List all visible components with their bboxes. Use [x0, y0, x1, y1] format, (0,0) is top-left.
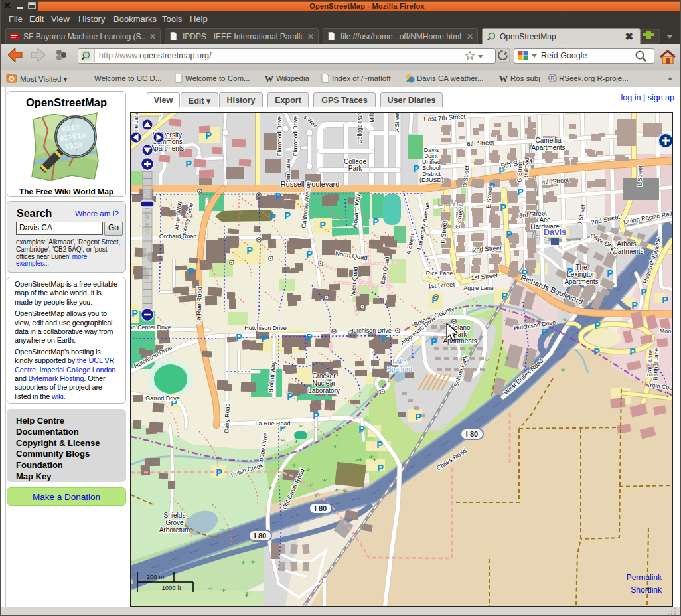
- svg-text:P: P: [376, 439, 383, 450]
- svg-text:P: P: [185, 159, 192, 169]
- svg-text:Davis: Davis: [437, 196, 464, 208]
- svg-text:Railroad: Railroad: [522, 157, 530, 180]
- svg-text:Laboratory: Laboratory: [308, 387, 340, 394]
- svg-text:Apartments: Apartments: [531, 144, 565, 151]
- svg-text:P: P: [287, 391, 293, 402]
- svg-text:P: P: [306, 249, 313, 260]
- svg-text:Aggie Lane: Aggie Lane: [463, 285, 494, 291]
- svg-text:P: P: [284, 210, 291, 221]
- svg-text:P: P: [594, 320, 601, 331]
- svg-text:P: P: [261, 333, 267, 344]
- svg-text:Elmwood Drive: Elmwood Drive: [292, 116, 299, 157]
- svg-text:La Rue Road: La Rue Road: [255, 420, 290, 427]
- svg-text:P: P: [275, 191, 281, 202]
- svg-text:Park: Park: [348, 165, 363, 172]
- svg-text:Lake: Lake: [392, 358, 407, 366]
- svg-text:I 80: I 80: [315, 504, 327, 512]
- svg-text:Shields: Shields: [164, 512, 186, 519]
- svg-text:P: P: [607, 268, 613, 279]
- svg-text:P: P: [631, 300, 638, 311]
- svg-text:P: P: [205, 130, 212, 141]
- svg-text:Grove: Grove: [165, 519, 184, 526]
- svg-text:Rice Lane: Rice Lane: [426, 270, 453, 277]
- svg-text:P: P: [415, 412, 421, 422]
- svg-text:P: P: [413, 163, 419, 174]
- svg-text:P: P: [629, 346, 636, 357]
- svg-text:Apartments: Apartments: [609, 248, 643, 255]
- svg-text:Barthel Lane: Barthel Lane: [652, 348, 660, 380]
- svg-text:The: The: [575, 264, 587, 271]
- svg-text:P: P: [319, 220, 326, 230]
- svg-text:I 80: I 80: [466, 430, 478, 438]
- svg-text:(DJUSD): (DJUSD): [419, 177, 443, 183]
- svg-text:Dairy Road: Dairy Road: [223, 403, 231, 433]
- svg-text:P: P: [506, 229, 512, 240]
- svg-text:P: P: [541, 327, 548, 337]
- svg-text:A Street: A Street: [394, 113, 400, 132]
- svg-text:P: P: [500, 202, 506, 213]
- svg-text:P: P: [188, 266, 194, 277]
- svg-text:Hutchison Drive: Hutchison Drive: [349, 327, 392, 334]
- svg-text:Crocker: Crocker: [312, 372, 336, 380]
- svg-text:Arbors: Arbors: [617, 240, 636, 248]
- svg-text:P: P: [380, 333, 387, 344]
- svg-text:P: P: [246, 245, 253, 256]
- svg-text:Arboretum: Arboretum: [159, 526, 190, 534]
- svg-text:P: P: [431, 336, 437, 346]
- svg-text:R: R: [550, 75, 555, 82]
- svg-text:College Park: College Park: [356, 113, 363, 143]
- svg-text:P: P: [216, 467, 222, 478]
- svg-text:Spafford: Spafford: [387, 366, 412, 373]
- svg-text:P: P: [358, 424, 365, 435]
- svg-text:La Rue Road: La Rue Road: [194, 287, 203, 324]
- svg-text:Garrod Drive: Garrod Drive: [145, 395, 180, 402]
- svg-text:P: P: [377, 463, 384, 473]
- svg-text:P: P: [313, 410, 319, 421]
- svg-text:on Center Drive: on Center Drive: [131, 324, 171, 331]
- svg-text:Apartments: Apartments: [564, 278, 598, 285]
- svg-text:Lexington: Lexington: [567, 271, 595, 278]
- svg-text:P: P: [517, 187, 524, 197]
- svg-text:Apartments: Apartments: [443, 337, 477, 345]
- svg-text:Orchard Road: Orchard Road: [159, 233, 197, 240]
- svg-text:P: P: [501, 291, 508, 301]
- svg-text:Permalink: Permalink: [627, 573, 662, 582]
- svg-text:200 m: 200 m: [147, 573, 164, 580]
- svg-text:P: P: [372, 216, 379, 227]
- svg-text:P: P: [131, 308, 138, 319]
- svg-text:Elmwood Drive: Elmwood Drive: [276, 116, 283, 157]
- svg-text:Nuclear: Nuclear: [313, 380, 336, 387]
- svg-text:Ha: Ha: [672, 366, 672, 373]
- svg-text:P: P: [269, 212, 276, 222]
- svg-text:I 80: I 80: [254, 532, 266, 540]
- svg-text:Davis: Davis: [544, 227, 567, 237]
- svg-text:P: P: [662, 295, 668, 305]
- svg-text:P: P: [593, 346, 600, 357]
- svg-text:P: P: [236, 332, 242, 343]
- svg-text:Shortlink: Shortlink: [631, 585, 662, 595]
- svg-text:1000 ft: 1000 ft: [161, 584, 181, 591]
- svg-text:Hutchison Drive: Hutchison Drive: [244, 325, 287, 331]
- svg-text:L Street: L Street: [636, 165, 643, 187]
- svg-text:P: P: [641, 287, 647, 297]
- svg-text:Camellia: Camellia: [536, 137, 562, 144]
- svg-text:Mille: Mille: [368, 113, 375, 123]
- svg-text:Apartments: Apartments: [150, 145, 184, 152]
- svg-text:P: P: [306, 332, 313, 343]
